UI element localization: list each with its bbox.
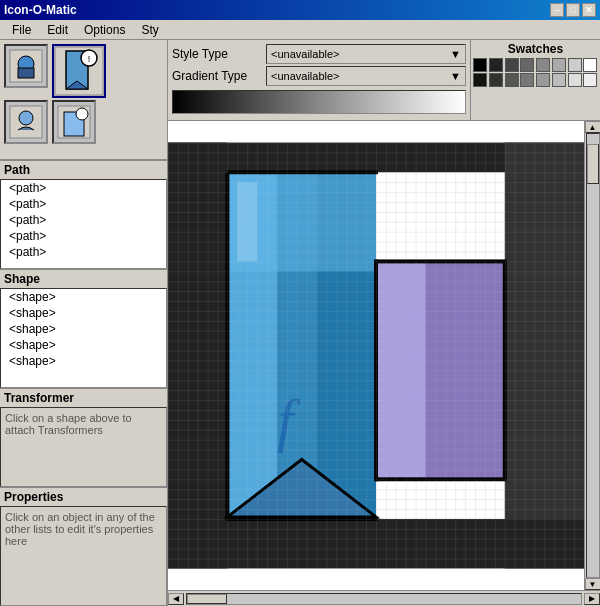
- properties-content: Click on an object in any of the other l…: [0, 506, 167, 606]
- shape-item-3[interactable]: <shape>: [1, 321, 166, 337]
- path-item-2[interactable]: <path>: [1, 196, 166, 212]
- gradient-type-label: Gradient Type: [172, 69, 262, 83]
- style-type-label: Style Type: [172, 47, 262, 61]
- title-bar: Icon-O-Matic ─ □ ✕: [0, 0, 600, 20]
- swatch-item[interactable]: [505, 58, 519, 72]
- swatch-item[interactable]: [583, 58, 597, 72]
- style-panel: Style Type <unavailable> ▼ Gradient Type…: [168, 40, 470, 121]
- style-type-value: <unavailable>: [271, 48, 340, 60]
- menu-bar: File Edit Options Sty: [0, 20, 600, 40]
- path-section-label: Path: [0, 160, 167, 179]
- swatch-item[interactable]: [489, 58, 503, 72]
- swatch-item[interactable]: [520, 73, 534, 87]
- window-title: Icon-O-Matic: [4, 3, 548, 17]
- gradient-bar: [172, 90, 466, 114]
- transformer-message: Click on a shape above to attach Transfo…: [5, 412, 132, 436]
- transformer-label: Transformer: [0, 388, 167, 407]
- canvas-vscrollbar[interactable]: ▲ ▼: [584, 121, 600, 590]
- pixel-canvas[interactable]: f: [168, 121, 584, 590]
- right-panel: Style Type <unavailable> ▼ Gradient Type…: [168, 40, 600, 606]
- swatch-item[interactable]: [536, 73, 550, 87]
- svg-point-12: [76, 108, 88, 120]
- transformer-content: Click on a shape above to attach Transfo…: [0, 407, 167, 487]
- gradient-type-row: Gradient Type <unavailable> ▼: [172, 66, 466, 86]
- hscroll-left-arrow[interactable]: ◀: [168, 593, 184, 605]
- vscroll-track[interactable]: [586, 133, 600, 578]
- thumbnail-4[interactable]: [52, 100, 96, 144]
- swatch-item[interactable]: [552, 58, 566, 72]
- vscroll-up-arrow[interactable]: ▲: [585, 121, 601, 133]
- shape-item-4[interactable]: <shape>: [1, 337, 166, 353]
- gradient-type-combo[interactable]: <unavailable> ▼: [266, 66, 466, 86]
- shape-item-1[interactable]: <shape>: [1, 289, 166, 305]
- thumbnail-1[interactable]: [4, 44, 48, 88]
- svg-point-9: [19, 111, 33, 125]
- thumbnail-strip: !: [0, 40, 167, 160]
- thumb-icon-3: [8, 104, 44, 140]
- svg-text:!: !: [88, 54, 91, 64]
- thumb-icon-2: !: [54, 46, 104, 96]
- style-area: Style Type <unavailable> ▼ Gradient Type…: [168, 40, 470, 121]
- thumbnail-3[interactable]: [4, 100, 48, 144]
- swatch-item[interactable]: [473, 58, 487, 72]
- swatch-item[interactable]: [568, 73, 582, 87]
- minimize-button[interactable]: ─: [550, 3, 564, 17]
- gradient-type-value: <unavailable>: [271, 70, 340, 82]
- icon-canvas-svg: f: [168, 121, 584, 590]
- thumbnail-2[interactable]: !: [52, 44, 106, 98]
- swatches-grid: [473, 58, 598, 87]
- canvas-hscrollbar[interactable]: ◀ ▶: [168, 590, 600, 606]
- swatch-item[interactable]: [473, 73, 487, 87]
- thumb-row-2: [4, 100, 163, 144]
- thumb-icon-4: [56, 104, 92, 140]
- swatch-item[interactable]: [536, 58, 550, 72]
- svg-rect-2: [18, 68, 34, 78]
- shape-section-label: Shape: [0, 269, 167, 288]
- swatch-item[interactable]: [520, 58, 534, 72]
- left-panel: !: [0, 40, 168, 606]
- close-button[interactable]: ✕: [582, 3, 596, 17]
- path-item-5[interactable]: <path>: [1, 244, 166, 260]
- menu-file[interactable]: File: [4, 21, 39, 39]
- properties-label: Properties: [0, 487, 167, 506]
- menu-sty[interactable]: Sty: [133, 21, 166, 39]
- main-layout: !: [0, 40, 600, 606]
- style-type-row: Style Type <unavailable> ▼: [172, 44, 466, 64]
- swatches-label: Swatches: [473, 42, 598, 56]
- vscroll-down-arrow[interactable]: ▼: [585, 578, 601, 590]
- canvas-wrapper: f ▲ ▼ ◀: [168, 121, 600, 606]
- maximize-button[interactable]: □: [566, 3, 580, 17]
- thumb-row-1: !: [4, 44, 163, 98]
- properties-message: Click on an object in any of the other l…: [5, 511, 155, 547]
- style-type-combo[interactable]: <unavailable> ▼: [266, 44, 466, 64]
- gradient-type-arrow: ▼: [450, 70, 461, 82]
- thumb-icon-1: [8, 48, 44, 84]
- menu-edit[interactable]: Edit: [39, 21, 76, 39]
- path-list[interactable]: <path> <path> <path> <path> <path>: [0, 179, 167, 269]
- hscroll-thumb[interactable]: [187, 594, 227, 604]
- svg-rect-37: [168, 143, 584, 569]
- shape-item-2[interactable]: <shape>: [1, 305, 166, 321]
- path-item-4[interactable]: <path>: [1, 228, 166, 244]
- hscroll-right-arrow[interactable]: ▶: [584, 593, 600, 605]
- swatch-item[interactable]: [568, 58, 582, 72]
- swatch-item[interactable]: [489, 73, 503, 87]
- hscroll-track[interactable]: [186, 593, 582, 605]
- swatch-item[interactable]: [505, 73, 519, 87]
- right-top: Style Type <unavailable> ▼ Gradient Type…: [168, 40, 600, 121]
- path-item-1[interactable]: <path>: [1, 180, 166, 196]
- vscroll-thumb[interactable]: [587, 144, 599, 184]
- canvas-inner: f ▲ ▼: [168, 121, 600, 590]
- menu-options[interactable]: Options: [76, 21, 133, 39]
- swatch-item[interactable]: [583, 73, 597, 87]
- swatch-item[interactable]: [552, 73, 566, 87]
- shape-item-5[interactable]: <shape>: [1, 353, 166, 369]
- shape-list[interactable]: <shape> <shape> <shape> <shape> <shape>: [0, 288, 167, 388]
- swatches-panel: Swatches: [470, 40, 600, 121]
- path-item-3[interactable]: <path>: [1, 212, 166, 228]
- style-type-arrow: ▼: [450, 48, 461, 60]
